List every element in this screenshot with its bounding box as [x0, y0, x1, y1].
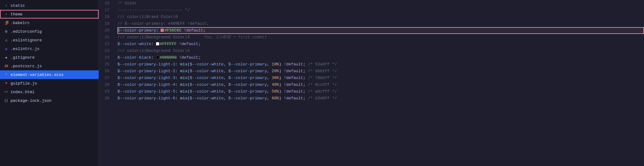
code-token: ; [198, 54, 201, 61]
code-token: ; [303, 88, 308, 95]
code-token: $--color-primary-light-5 [117, 88, 175, 95]
chevron-right-icon: › [4, 12, 9, 16]
code-token: $--color-primary [117, 27, 156, 34]
code-token: : [175, 68, 180, 75]
code-token: $--color-white [190, 75, 223, 81]
sidebar-item-eslintignore[interactable]: ◇ .eslintignore [0, 36, 99, 44]
code-line-17: --------------------------- */ [117, 7, 644, 14]
code-token: 20% [272, 68, 279, 75]
code-token: $--color-white [190, 88, 223, 95]
line-num-26: 26 [99, 68, 112, 75]
code-token: You, 2小时前 • first commit … [190, 34, 272, 41]
code-token: , [267, 68, 272, 75]
code-token: ) [279, 61, 284, 68]
line-num-24: 24 [99, 54, 112, 61]
code-token: !default [284, 88, 303, 95]
code-token: // $--color-primary: #409EFF !default; [117, 20, 209, 27]
code-token: , [223, 75, 228, 81]
sidebar-item-gulpfile[interactable]: ▼ gulpfile.js [0, 79, 99, 88]
code-line-25: $--color-primary-light-1: mix($--color-w… [117, 61, 644, 68]
sidebar-item-label: .eslintignore [11, 38, 42, 43]
code-token: : [156, 27, 161, 34]
code-token: !default [179, 41, 198, 48]
code-token: $--color-primary-light-4 [117, 81, 175, 88]
code-token: 10% [272, 61, 279, 68]
sidebar-item-index-html[interactable]: <> index.html [0, 88, 99, 96]
scss-icon: ? [4, 73, 9, 77]
code-token: ) [279, 75, 284, 81]
code-token: $--color-primary-light-6 [117, 95, 175, 102]
code-line-28: $--color-primary-light-4: mix($--color-w… [117, 81, 644, 88]
code-token: ; [303, 68, 308, 75]
sidebar-item-element-variables[interactable]: ? element-variables.scss [0, 70, 99, 79]
code-token: ( [187, 95, 190, 102]
eslint-icon: ◉ [4, 47, 9, 51]
code-token: , [223, 95, 228, 102]
sidebar-item-package-lock[interactable]: {} package-lock.json [0, 96, 99, 105]
code-token: ) [279, 68, 284, 75]
code-token: ( [187, 68, 190, 75]
line-num-21: 21 [99, 34, 112, 41]
code-token: ; [303, 81, 308, 88]
code-token: /* 66b1ff */ [308, 68, 337, 75]
code-token: /* 8cc5ff */ [308, 81, 337, 88]
chevron-right-icon: › [4, 4, 9, 7]
code-token: --------------------------- */ [117, 7, 190, 14]
code-token: $--color-primary [228, 61, 267, 68]
code-token: ( [187, 61, 190, 68]
code-token: mix [180, 95, 187, 102]
code-token [176, 41, 179, 48]
code-token: , [223, 81, 228, 88]
eslint-ignore-icon: ◇ [4, 38, 9, 42]
sidebar-item-label: static [11, 3, 25, 8]
line-num-16: 16 [99, 0, 112, 7]
sidebar-item-editorconfig[interactable]: ⚙ .editorconfig [0, 27, 99, 36]
code-token: ( [187, 81, 190, 88]
code-line-21: /// color|1|Background Color|4 You, 2小时前… [117, 34, 644, 41]
sidebar-item-postcssrc[interactable]: JS .postcssrc.js [0, 62, 99, 70]
code-token: !default [284, 68, 303, 75]
code-token: mix [180, 68, 187, 75]
gear-icon: ⚙ [4, 29, 9, 34]
code-editor: 16 17 18 19 20 21 22 23 24 25 26 27 28 2… [99, 0, 644, 166]
sidebar-item-label: .gitignore [11, 55, 35, 60]
code-token: : [151, 41, 156, 48]
git-icon: ◆ [4, 56, 9, 60]
js-icon: JS [4, 64, 9, 68]
sidebar-item-theme[interactable]: › theme [0, 10, 99, 19]
sidebar-item-gitignore[interactable]: ◆ .gitignore [0, 53, 99, 62]
sidebar-item-static[interactable]: › static [0, 1, 99, 10]
code-token: $--color-white [190, 81, 223, 88]
code-token: ) [279, 81, 284, 88]
code-token: , [267, 95, 272, 102]
code-token: 50% [272, 88, 279, 95]
code-token: 60% [272, 95, 279, 102]
babel-icon: ℬ [4, 20, 9, 26]
code-token: #F56C6C [164, 27, 181, 34]
code-area[interactable]: /* Color --------------------------- */ … [115, 0, 644, 166]
code-token: /// color|1|Background Color|4 [117, 34, 190, 41]
line-num-22: 22 [99, 41, 112, 48]
code-token: /* b3d8ff */ [308, 95, 337, 102]
code-token: !default [184, 27, 203, 34]
sidebar-item-label: .postcssrc.js [11, 64, 42, 68]
line-num-29: 29 [99, 88, 112, 95]
code-line-23: /// color|1|Background Color|4 [117, 48, 644, 54]
code-line-19: // $--color-primary: #409EFF !default; [117, 20, 644, 27]
code-line-29: $--color-primary-light-5: mix($--color-w… [117, 88, 644, 95]
sidebar-item-label: theme [11, 12, 23, 17]
sidebar-item-label: .eslintrc.js [11, 47, 40, 51]
color-swatch [156, 56, 159, 59]
code-token: $--color-primary-light-3 [117, 75, 175, 81]
code-token: $--color-white [190, 61, 223, 68]
code-token: /* Color [117, 0, 137, 7]
code-token: ) [279, 95, 284, 102]
sidebar-item-babelrc[interactable]: ℬ .babelrc [0, 19, 99, 27]
code-token [181, 27, 184, 34]
line-num-27: 27 [99, 75, 112, 81]
sidebar-item-eslintrc[interactable]: ◉ .eslintrc.js [0, 44, 99, 53]
code-token: $--color-black [117, 54, 151, 61]
code-token: ( [187, 75, 190, 81]
code-token: !default [284, 75, 303, 81]
code-token: /* 53a8ff */ [308, 61, 337, 68]
